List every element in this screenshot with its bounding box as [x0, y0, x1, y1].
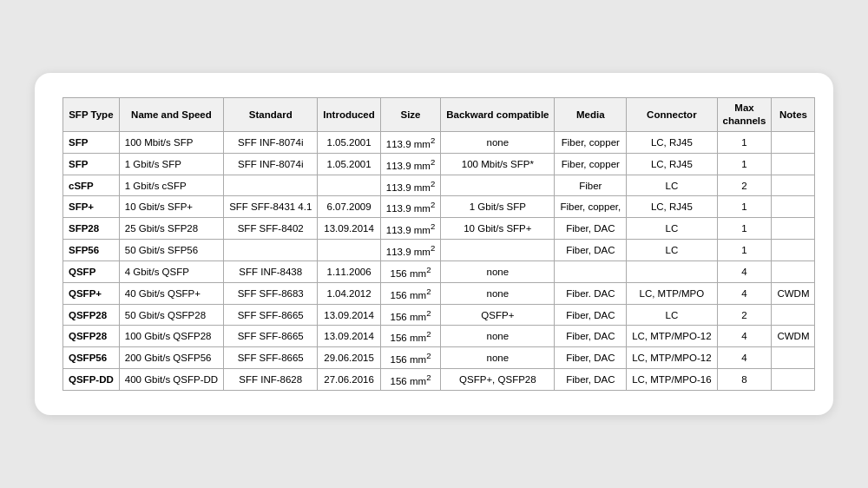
cell-r5-c4: 113.9 mm2: [380, 240, 440, 261]
table-row: SFP5650 Gbit/s SFP56113.9 mm2Fiber, DACL…: [63, 240, 815, 261]
col-header-standard: Standard: [224, 98, 318, 132]
cell-r9-c8: 4: [717, 326, 772, 347]
cell-r1-c5: 100 Mbit/s SFP*: [441, 153, 555, 175]
cell-r1-c0: SFP: [63, 153, 120, 175]
cell-r6-c1: 4 Gbit/s QSFP: [119, 260, 223, 282]
cell-r5-c5: [441, 240, 555, 261]
cell-r10-c6: Fiber, DAC: [555, 347, 627, 369]
cell-r2-c6: Fiber: [555, 175, 627, 196]
cell-r0-c2: SFF INF-8074i: [224, 131, 318, 153]
cell-r10-c5: none: [441, 347, 555, 369]
cell-r6-c9: [772, 260, 815, 282]
cell-r0-c0: SFP: [63, 131, 120, 153]
cell-r10-c7: LC, MTP/MPO-12: [627, 347, 717, 369]
col-header-connector: Connector: [627, 98, 717, 132]
cell-r11-c8: 8: [717, 369, 772, 391]
cell-r5-c2: [224, 240, 318, 261]
cell-r1-c9: [772, 153, 815, 175]
cell-r6-c3: 1.11.2006: [318, 260, 380, 282]
cell-r11-c0: QSFP-DD: [63, 369, 120, 391]
cell-r11-c5: QSFP+, QSFP28: [441, 369, 555, 391]
cell-r10-c8: 4: [717, 347, 772, 369]
cell-r1-c6: Fiber, copper: [555, 153, 627, 175]
cell-r5-c7: LC: [627, 240, 717, 261]
cell-r8-c8: 2: [717, 304, 772, 326]
cell-r7-c5: none: [441, 282, 555, 304]
cell-r9-c7: LC, MTP/MPO-12: [627, 326, 717, 347]
cell-r3-c5: 1 Gbit/s SFP: [441, 196, 555, 218]
cell-r0-c9: [772, 131, 815, 153]
cell-r10-c2: SFF SFF-8665: [224, 347, 318, 369]
cell-r5-c1: 50 Gbit/s SFP56: [119, 240, 223, 261]
cell-r10-c3: 29.06.2015: [318, 347, 380, 369]
col-header-backward: Backward compatible: [441, 98, 555, 132]
cell-r6-c7: [627, 260, 717, 282]
cell-r1-c8: 1: [717, 153, 772, 175]
cell-r7-c1: 40 Gbit/s QSFP+: [119, 282, 223, 304]
col-header-introduced: Introduced: [318, 98, 380, 132]
cell-r5-c6: Fiber, DAC: [555, 240, 627, 261]
col-header-sfptype: SFP Type: [63, 98, 120, 132]
cell-r5-c9: [772, 240, 815, 261]
cell-r4-c5: 10 Gbit/s SFP+: [441, 218, 555, 240]
cell-r11-c6: Fiber, DAC: [555, 369, 627, 391]
cell-r1-c3: 1.05.2001: [318, 153, 380, 175]
cell-r8-c6: Fiber, DAC: [555, 304, 627, 326]
cell-r2-c1: 1 Gbit/s cSFP: [119, 175, 223, 196]
cell-r0-c3: 1.05.2001: [318, 131, 380, 153]
cell-r2-c4: 113.9 mm2: [380, 175, 440, 196]
cell-r5-c3: [318, 240, 380, 261]
cell-r8-c1: 50 Gbit/s QSFP28: [119, 304, 223, 326]
cell-r3-c7: LC, RJ45: [627, 196, 717, 218]
cell-r6-c4: 156 mm2: [380, 260, 440, 282]
col-header-namespeed: Name and Speed: [119, 98, 223, 132]
cell-r11-c7: LC, MTP/MPO-16: [627, 369, 717, 391]
cell-r11-c3: 27.06.2016: [318, 369, 380, 391]
cell-r10-c1: 200 Gbit/s QSFP56: [119, 347, 223, 369]
cell-r8-c0: QSFP28: [63, 304, 120, 326]
cell-r7-c8: 4: [717, 282, 772, 304]
cell-r7-c2: SFF SFF-8683: [224, 282, 318, 304]
cell-r11-c4: 156 mm2: [380, 369, 440, 391]
cell-r2-c5: [441, 175, 555, 196]
cell-r10-c4: 156 mm2: [380, 347, 440, 369]
cell-r6-c0: QSFP: [63, 260, 120, 282]
cell-r8-c2: SFF SFF-8665: [224, 304, 318, 326]
cell-r6-c6: [555, 260, 627, 282]
cell-r5-c0: SFP56: [63, 240, 120, 261]
cell-r6-c2: SFF INF-8438: [224, 260, 318, 282]
table-row: QSFP+40 Gbit/s QSFP+SFF SFF-86831.04.201…: [63, 282, 815, 304]
cell-r7-c7: LC, MTP/MPO: [627, 282, 717, 304]
table-row: QSFP-DD400 Gbit/s QSFP-DDSFF INF-862827.…: [63, 369, 815, 391]
cell-r4-c0: SFP28: [63, 218, 120, 240]
cell-r3-c1: 10 Gbit/s SFP+: [119, 196, 223, 218]
table-row: SFP+10 Gbit/s SFP+SFF SFF-8431 4.16.07.2…: [63, 196, 815, 218]
cell-r4-c4: 113.9 mm2: [380, 218, 440, 240]
cell-r8-c4: 156 mm2: [380, 304, 440, 326]
cell-r3-c4: 113.9 mm2: [380, 196, 440, 218]
cell-r3-c0: SFP+: [63, 196, 120, 218]
cell-r10-c9: [772, 347, 815, 369]
table-row: cSFP1 Gbit/s cSFP113.9 mm2FiberLC2: [63, 175, 815, 196]
cell-r0-c5: none: [441, 131, 555, 153]
cell-r8-c7: LC: [627, 304, 717, 326]
cell-r6-c8: 4: [717, 260, 772, 282]
col-header-maxchannels: Maxchannels: [717, 98, 772, 132]
col-header-media: Media: [555, 98, 627, 132]
cell-r7-c3: 1.04.2012: [318, 282, 380, 304]
cell-r7-c0: QSFP+: [63, 282, 120, 304]
cell-r11-c1: 400 Gbit/s QSFP-DD: [119, 369, 223, 391]
cell-r3-c9: [772, 196, 815, 218]
cell-r4-c1: 25 Gbit/s SFP28: [119, 218, 223, 240]
table-row: SFP2825 Gbit/s SFP28SFF SFF-840213.09.20…: [63, 218, 815, 240]
cell-r2-c3: [318, 175, 380, 196]
cell-r2-c8: 2: [717, 175, 772, 196]
cell-r4-c3: 13.09.2014: [318, 218, 380, 240]
cell-r9-c9: CWDM: [772, 326, 815, 347]
cell-r0-c4: 113.9 mm2: [380, 131, 440, 153]
cell-r10-c0: QSFP56: [63, 347, 120, 369]
sfp-table: SFP Type Name and Speed Standard Introdu…: [62, 97, 815, 391]
cell-r4-c9: [772, 218, 815, 240]
cell-r9-c1: 100 Gbit/s QSFP28: [119, 326, 223, 347]
col-header-notes: Notes: [772, 98, 815, 132]
